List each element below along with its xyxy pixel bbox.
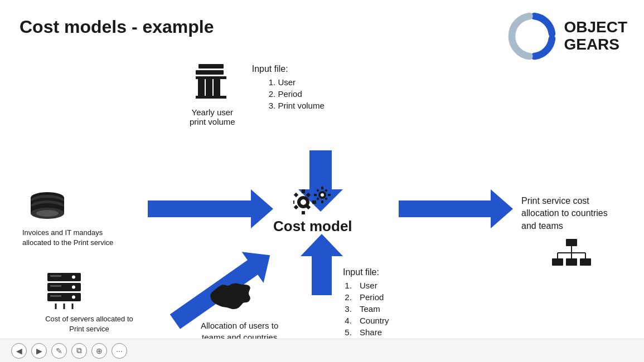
svg-rect-16 [321, 200, 323, 203]
svg-rect-31 [294, 205, 298, 209]
svg-rect-61 [552, 258, 563, 266]
svg-rect-17 [314, 194, 317, 196]
right-input-file-box: Input file: User Period Team Country Sha… [343, 267, 389, 339]
logo-text: OBJECT GEARS [564, 19, 627, 53]
svg-marker-4 [301, 234, 343, 295]
server-label: Cost of servers allocated to Print servi… [45, 314, 134, 334]
right-input-item-2: Period [354, 292, 389, 302]
print-volume-icon [190, 61, 235, 103]
allocation-area: Allocation of users to teams and countri… [201, 278, 278, 343]
coins-icon [22, 189, 72, 223]
top-input-file-title: Input file: [252, 64, 325, 74]
svg-rect-20 [325, 189, 328, 192]
svg-rect-9 [206, 76, 212, 99]
svg-rect-12 [196, 96, 226, 99]
top-input-item-1: User [263, 77, 325, 87]
nav-zoom-button[interactable]: ⊕ [91, 343, 107, 359]
svg-point-52 [72, 296, 75, 299]
svg-rect-22 [325, 197, 328, 200]
svg-rect-30 [306, 193, 311, 197]
right-input-item-4: Country [354, 316, 389, 325]
svg-rect-63 [566, 258, 577, 266]
svg-rect-47 [50, 275, 61, 277]
svg-point-24 [301, 199, 306, 205]
logo: OBJECT GEARS [507, 11, 627, 61]
nav-edit-button[interactable]: ✎ [51, 343, 67, 359]
cost-model-center: Cost model [273, 184, 352, 235]
svg-rect-45 [47, 273, 81, 281]
svg-rect-57 [566, 239, 577, 246]
nav-copy-button[interactable]: ⧉ [71, 343, 87, 359]
svg-rect-53 [50, 295, 61, 297]
gears-icon [293, 184, 332, 214]
nav-next-button[interactable]: ▶ [31, 343, 47, 359]
svg-rect-29 [294, 193, 298, 197]
top-input-file-list: User Period Print volume [252, 77, 325, 110]
cost-model-label: Cost model [273, 218, 352, 235]
svg-rect-19 [316, 189, 319, 192]
server-icon [45, 273, 84, 309]
svg-point-49 [72, 286, 75, 289]
invoices-area: Invoices and IT mandays allocated to the… [22, 189, 128, 248]
svg-point-46 [72, 276, 75, 279]
print-volume-label: Yearly user print volume [190, 107, 235, 126]
svg-rect-27 [293, 200, 294, 204]
right-output-area: Print service cost allocation to countri… [521, 195, 622, 275]
svg-marker-2 [148, 189, 273, 228]
right-input-file-list: User Period Team Country Share [343, 281, 389, 337]
top-input-item-3: Print volume [263, 101, 325, 110]
nav-prev-button[interactable]: ◀ [11, 343, 27, 359]
svg-rect-28 [312, 200, 316, 204]
svg-rect-26 [302, 211, 305, 214]
bottom-nav: ◀ ▶ ✎ ⧉ ⊕ ··· [0, 339, 644, 362]
svg-point-14 [321, 193, 324, 197]
svg-rect-65 [580, 258, 591, 266]
org-chart-icon [551, 239, 593, 272]
svg-rect-6 [198, 64, 224, 69]
server-area: Cost of servers allocated to Print servi… [45, 273, 134, 334]
top-input-item-2: Period [263, 89, 325, 99]
svg-point-44 [36, 210, 59, 217]
right-input-file-title: Input file: [343, 267, 389, 277]
svg-rect-10 [214, 76, 220, 99]
svg-rect-18 [328, 194, 331, 196]
svg-marker-5 [399, 189, 513, 228]
svg-rect-21 [316, 197, 319, 200]
top-section: Yearly user print volume Input file: Use… [190, 61, 325, 126]
svg-rect-48 [47, 283, 81, 291]
right-output-label: Print service cost allocation to countri… [521, 195, 622, 232]
right-input-item-1: User [354, 281, 389, 290]
svg-rect-11 [196, 76, 226, 79]
page-title: Cost models - example [20, 17, 214, 37]
invoices-label: Invoices and IT mandays allocated to the… [22, 228, 128, 248]
svg-rect-51 [47, 293, 81, 301]
svg-rect-8 [198, 76, 205, 99]
svg-rect-25 [302, 189, 305, 193]
right-input-item-5: Share [354, 327, 389, 337]
svg-rect-7 [196, 70, 224, 75]
nav-more-button[interactable]: ··· [112, 343, 127, 359]
svg-rect-50 [50, 285, 61, 287]
svg-rect-15 [321, 187, 323, 189]
print-icon-area: Yearly user print volume [190, 61, 235, 126]
top-input-file-box: Input file: User Period Print volume [252, 61, 325, 112]
right-input-item-3: Team [354, 304, 389, 314]
europe-map-icon [201, 278, 262, 317]
